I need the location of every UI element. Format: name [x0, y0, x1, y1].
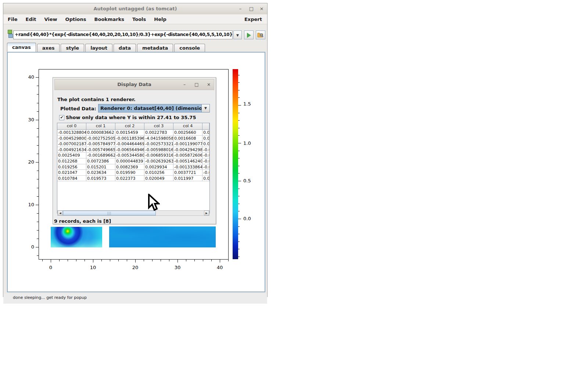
- table-cell[interactable]: -0.007002187...: [57, 141, 86, 147]
- table-column-header[interactable]: col 4: [173, 123, 202, 129]
- table-cell[interactable]: 0.023634: [86, 170, 115, 176]
- table-cell[interactable]: 0.019590: [115, 170, 144, 176]
- table-cell[interactable]: -0.0: [202, 147, 209, 153]
- tab-data[interactable]: data: [114, 44, 136, 52]
- chevron-down-icon[interactable]: ▼: [201, 104, 209, 112]
- table-cell[interactable]: -0.006564946...: [115, 147, 144, 153]
- table-cell[interactable]: 0.000083662: [86, 130, 115, 136]
- table-column-header[interactable]: col 1: [86, 123, 115, 129]
- table-row[interactable]: -0.001328804...0.0000836620.00154590.002…: [57, 130, 209, 136]
- table-cell[interactable]: -0.005872606...: [173, 153, 202, 158]
- table-row[interactable]: -0.004529800...-0.002752505...-0.0011853…: [57, 136, 209, 142]
- table-cell[interactable]: 0.00: [202, 136, 209, 142]
- table-cell[interactable]: 0.020049: [144, 176, 173, 182]
- plotted-data-combobox[interactable]: Renderer 0: dataset[40,40] (dimension...…: [98, 104, 210, 112]
- menu-item-view[interactable]: View: [44, 17, 57, 22]
- table-cell[interactable]: -0.0: [202, 170, 209, 176]
- close-icon[interactable]: ×: [258, 5, 266, 12]
- dialog-titlebar[interactable]: Display Data – □ ×: [54, 79, 214, 90]
- table-row[interactable]: 0.0025409-0.001689662...-0.005344580...-…: [57, 153, 209, 158]
- table-cell[interactable]: 0.010784: [57, 176, 86, 182]
- table-cell[interactable]: -0.001689662...: [86, 153, 115, 158]
- table-cell[interactable]: -0.001333864...: [173, 164, 202, 170]
- y-filter-checkbox[interactable]: ✔: [59, 115, 64, 120]
- tab-layout[interactable]: layout: [85, 44, 112, 52]
- horizontal-scrollbar[interactable]: ◀ ||| ▶: [57, 210, 209, 216]
- table-cell[interactable]: -0.001199077...: [173, 141, 202, 147]
- table-cell[interactable]: -0.0: [202, 153, 209, 158]
- table-cell[interactable]: 0.0025409: [57, 153, 86, 158]
- table-cell[interactable]: 0.0072386: [86, 158, 115, 164]
- tab-metadata[interactable]: metadata: [137, 44, 173, 52]
- table-cell[interactable]: -0.005146240...: [173, 158, 202, 164]
- table-row[interactable]: -0.007002187...-0.005784977...-0.0044644…: [57, 141, 209, 147]
- table-cell[interactable]: 0.00: [202, 141, 209, 147]
- table-cell[interactable]: 0.010256: [144, 170, 173, 176]
- datasource-type-icon[interactable]: [7, 29, 12, 38]
- table-cell[interactable]: -0.005749665...: [86, 147, 115, 153]
- table-cell[interactable]: 0.011997: [173, 176, 202, 182]
- tab-console[interactable]: console: [174, 44, 205, 52]
- table-cell[interactable]: 0.012268: [57, 158, 86, 164]
- table-cell[interactable]: 0.021047: [57, 170, 86, 176]
- dialog-maximize-icon[interactable]: □: [193, 81, 200, 88]
- scroll-left-icon[interactable]: ◀: [58, 211, 63, 215]
- table-header-row[interactable]: col 0col 1col 2col 3col 4: [57, 123, 209, 130]
- table-cell[interactable]: -0.002752505...: [86, 136, 115, 142]
- table-cell[interactable]: -4.041598058...: [144, 136, 173, 142]
- table-cell[interactable]: 0.0022783: [144, 130, 173, 136]
- scroll-right-icon[interactable]: ▶: [204, 211, 209, 215]
- table-row[interactable]: 0.0210470.0236340.0195900.0102560.003772…: [57, 170, 209, 176]
- table-cell[interactable]: -0.004529800...: [57, 136, 86, 142]
- table-cell[interactable]: 0.0025660: [173, 130, 202, 136]
- table-cell[interactable]: -0.001185396...: [115, 136, 144, 142]
- table-row[interactable]: 0.0107840.0195730.0223730.0200490.011997…: [57, 176, 209, 182]
- open-file-button[interactable]: [256, 31, 265, 39]
- table-row[interactable]: 0.0192560.0152010.00823690.0029934-0.001…: [57, 164, 209, 170]
- table-cell[interactable]: -0.005784977...: [86, 141, 115, 147]
- table-cell[interactable]: 0.0082369: [115, 164, 144, 170]
- table-row[interactable]: 0.0122680.00723860.000044839-0.002639263…: [57, 158, 209, 164]
- table-column-header[interactable]: col 0: [57, 123, 86, 129]
- table-cell[interactable]: -0.001328804...: [57, 130, 86, 136]
- menu-item-tools[interactable]: Tools: [132, 17, 146, 22]
- table-cell[interactable]: -0.002573321...: [144, 141, 173, 147]
- dialog-minimize-icon[interactable]: –: [181, 81, 188, 88]
- table-cell[interactable]: -0.002639263...: [144, 158, 173, 164]
- table-cell[interactable]: -0.0: [202, 164, 209, 170]
- table-cell[interactable]: 0.0037721: [173, 170, 202, 176]
- dialog-close-icon[interactable]: ×: [205, 81, 212, 88]
- table-column-header[interactable]: col 3: [144, 123, 173, 129]
- table-cell[interactable]: 0.022373: [115, 176, 144, 182]
- table-cell[interactable]: 0.00: [202, 130, 209, 136]
- table-cell[interactable]: -0.004921634...: [57, 147, 86, 153]
- go-button[interactable]: [244, 31, 254, 39]
- minimize-icon[interactable]: –: [236, 5, 244, 12]
- data-table[interactable]: col 0col 1col 2col 3col 4 -0.001328804..…: [57, 123, 210, 214]
- menu-item-help[interactable]: Help: [154, 17, 166, 22]
- table-cell[interactable]: -0.005988016...: [144, 147, 173, 153]
- table-cell[interactable]: 0.0015459: [115, 130, 144, 136]
- table-cell[interactable]: 0.0029934: [144, 164, 173, 170]
- menu-item-bookmarks[interactable]: Bookmarks: [94, 17, 125, 22]
- scrollbar-thumb[interactable]: |||: [63, 211, 156, 215]
- menu-item-options[interactable]: Options: [65, 17, 86, 22]
- table-cell[interactable]: 0.00: [202, 176, 209, 182]
- menu-item-edit[interactable]: Edit: [26, 17, 36, 22]
- tab-style[interactable]: style: [61, 44, 84, 52]
- table-cell[interactable]: -0.004464469...: [115, 141, 144, 147]
- window-titlebar[interactable]: Autoplot untagged (as tomcat) – □ ×: [3, 3, 267, 15]
- table-cell[interactable]: 0.000044839: [115, 158, 144, 164]
- table-cell[interactable]: 0.0016608: [173, 136, 202, 142]
- table-cell[interactable]: 0.019256: [57, 164, 86, 170]
- tab-canvas[interactable]: canvas: [7, 43, 36, 52]
- table-cell[interactable]: 0.019573: [86, 176, 115, 182]
- tab-axes[interactable]: axes: [37, 44, 60, 52]
- table-cell[interactable]: -0.006859316...: [144, 153, 173, 158]
- table-row[interactable]: -0.004921634...-0.005749665...-0.0065649…: [57, 147, 209, 153]
- table-column-header[interactable]: col 2: [115, 123, 144, 129]
- menu-item-file[interactable]: File: [8, 17, 18, 22]
- table-cell[interactable]: -0.004294298...: [173, 147, 202, 153]
- table-cell[interactable]: -0.005344580...: [115, 153, 144, 158]
- uri-dropdown-button[interactable]: ▼: [233, 31, 242, 39]
